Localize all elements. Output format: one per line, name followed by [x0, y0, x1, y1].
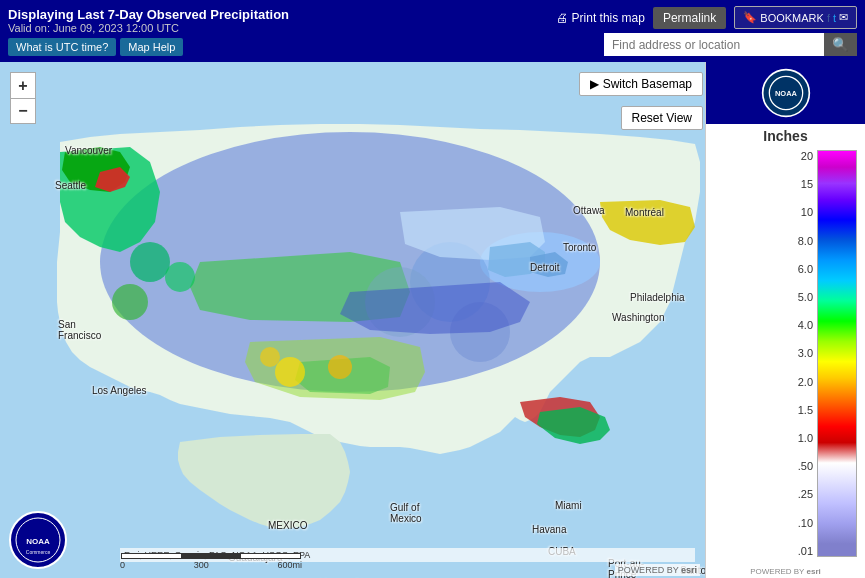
header-links: What is UTC time? Map Help	[8, 38, 548, 56]
svg-point-11	[112, 284, 148, 320]
svg-point-3	[328, 355, 352, 379]
printer-icon: 🖨	[556, 11, 568, 25]
utc-link-button[interactable]: What is UTC time?	[8, 38, 116, 56]
basemap-arrow-icon: ▶	[590, 77, 599, 91]
map-svg	[0, 62, 705, 578]
bookmark-icon: 🔖	[743, 11, 757, 24]
email-icon: ✉	[839, 11, 848, 24]
legend-noaa-logo: NOAA	[706, 62, 865, 124]
zoom-controls: + −	[10, 72, 36, 124]
permalink-button[interactable]: Permalink	[653, 7, 726, 29]
scale-bar: 0300600mi	[120, 553, 302, 570]
header: Displaying Last 7-Day Observed Precipita…	[0, 0, 865, 62]
legend-panel: NOAA Inches 20 15 10 8.0 6.0 5.0 4.0 3.0…	[705, 62, 865, 578]
print-button[interactable]: 🖨 Print this map	[556, 11, 645, 25]
search-button[interactable]: 🔍	[824, 33, 857, 56]
zoom-out-button[interactable]: −	[10, 98, 36, 124]
esri-powered-legend: POWERED BY esri	[750, 567, 821, 576]
page-title: Displaying Last 7-Day Observed Precipita…	[8, 7, 548, 22]
header-left: Displaying Last 7-Day Observed Precipita…	[8, 7, 548, 56]
map-help-button[interactable]: Map Help	[120, 38, 183, 56]
search-input[interactable]	[604, 33, 824, 56]
twitter-icon: t	[833, 12, 836, 24]
svg-point-4	[260, 347, 280, 367]
svg-text:NOAA: NOAA	[774, 89, 797, 98]
search-icon: 🔍	[832, 37, 849, 52]
header-right: 🖨 Print this map Permalink 🔖 BOOKMARK f …	[556, 6, 857, 56]
zoom-in-button[interactable]: +	[10, 72, 36, 98]
valid-date: Valid on: June 09, 2023 12:00 UTC	[8, 22, 548, 34]
svg-point-9	[130, 242, 170, 282]
noaa-logo: NOAA Commerce	[8, 510, 68, 570]
svg-point-10	[165, 262, 195, 292]
facebook-icon: f	[827, 12, 830, 24]
svg-point-2	[275, 357, 305, 387]
switch-basemap-button[interactable]: ▶ Switch Basemap	[579, 72, 703, 96]
bookmark-button[interactable]: 🔖 BOOKMARK f t ✉	[734, 6, 857, 29]
legend-labels: 20 15 10 8.0 6.0 5.0 4.0 3.0 2.0 1.5 1.0…	[714, 150, 817, 557]
svg-text:NOAA: NOAA	[26, 537, 50, 546]
svg-text:Commerce: Commerce	[26, 549, 51, 555]
reset-view-button[interactable]: Reset View	[621, 106, 703, 130]
esri-powered: POWERED BY esri	[615, 564, 700, 576]
legend-unit: Inches	[763, 128, 807, 144]
legend-colorbar	[817, 150, 857, 557]
